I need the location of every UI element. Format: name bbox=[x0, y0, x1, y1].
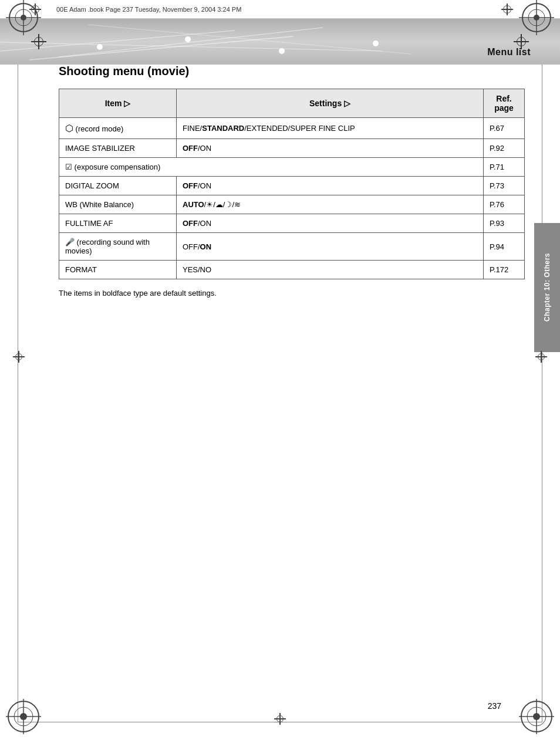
ref-cell: P.94 bbox=[484, 233, 525, 261]
banner: Menu list bbox=[0, 19, 560, 65]
deco-bottom-right bbox=[519, 699, 554, 734]
banner-decoration bbox=[0, 19, 560, 65]
deco-top-right bbox=[519, 0, 554, 35]
chapter-tab-label: Chapter 10: Others bbox=[543, 253, 551, 322]
table-row: 🎤 (recording sound with movies) OFF/ON P… bbox=[59, 233, 525, 261]
svg-line-3 bbox=[0, 42, 382, 51]
item-cell: FORMAT bbox=[59, 261, 177, 279]
header-bar: 00E Adam .book Page 237 Tuesday, Novembe… bbox=[0, 0, 560, 19]
settings-cell: YES/NO bbox=[177, 261, 484, 279]
file-info-text: 00E Adam .book Page 237 Tuesday, Novembe… bbox=[56, 6, 241, 13]
settings-cell: OFF/ON bbox=[177, 233, 484, 261]
settings-cell: OFF/ON bbox=[177, 177, 484, 195]
menu-table: Item ▷ Settings ▷ Ref.page ⬡ (record mod… bbox=[59, 89, 525, 279]
deco-top-left bbox=[6, 0, 41, 35]
item-cell-wide: ☑ (exposure compensation) bbox=[59, 158, 484, 177]
table-row: ⬡ (record mode) FINE/STANDARD/EXTENDED/S… bbox=[59, 118, 525, 139]
item-cell: IMAGE STABILIZER bbox=[59, 139, 177, 158]
item-cell: FULLTIME AF bbox=[59, 214, 177, 233]
banner-crosshair-left bbox=[32, 35, 45, 48]
svg-point-8 bbox=[373, 40, 379, 46]
page-content: Shooting menu (movie) Item ▷ Settings ▷ … bbox=[59, 65, 525, 298]
col-header-settings: Settings ▷ bbox=[177, 89, 484, 118]
item-cell: DIGITAL ZOOM bbox=[59, 177, 177, 195]
table-row: IMAGE STABILIZER OFF/ON P.92 bbox=[59, 139, 525, 158]
table-row: ☑ (exposure compensation) P.71 bbox=[59, 158, 525, 177]
ref-cell: P.172 bbox=[484, 261, 525, 279]
item-cell: 🎤 (recording sound with movies) bbox=[59, 233, 177, 261]
page-title: Shooting menu (movie) bbox=[59, 65, 525, 78]
ref-cell: P.92 bbox=[484, 139, 525, 158]
svg-point-5 bbox=[97, 44, 103, 50]
item-cell: ⬡ (record mode) bbox=[59, 118, 177, 139]
svg-point-7 bbox=[279, 48, 285, 54]
ref-cell: P.67 bbox=[484, 118, 525, 139]
settings-cell: AUTO/☀/☁/☽/≋ bbox=[177, 195, 484, 214]
crosshair-top-right bbox=[501, 4, 513, 15]
menu-list-label: Menu list bbox=[487, 47, 531, 58]
page-number: 237 bbox=[488, 701, 501, 711]
table-row: WB (White Balance) AUTO/☀/☁/☽/≋ P.76 bbox=[59, 195, 525, 214]
chapter-tab: Chapter 10: Others bbox=[534, 223, 560, 352]
ref-cell: P.93 bbox=[484, 214, 525, 233]
ref-cell: P.71 bbox=[484, 158, 525, 177]
table-row: FORMAT YES/NO P.172 bbox=[59, 261, 525, 279]
crosshair-bottom-mid bbox=[275, 714, 285, 724]
svg-point-23 bbox=[21, 15, 26, 21]
table-row: DIGITAL ZOOM OFF/ON P.73 bbox=[59, 177, 525, 195]
table-row: FULLTIME AF OFF/ON P.93 bbox=[59, 214, 525, 233]
banner-crosshair-right bbox=[515, 35, 528, 48]
ref-cell: P.76 bbox=[484, 195, 525, 214]
crosshair-left-mid bbox=[14, 352, 23, 361]
settings-cell: FINE/STANDARD/EXTENDED/SUPER FINE CLIP bbox=[177, 118, 484, 139]
crosshair-right-mid bbox=[537, 352, 546, 361]
svg-point-6 bbox=[185, 36, 191, 42]
border-right bbox=[542, 19, 542, 722]
settings-cell: OFF/ON bbox=[177, 139, 484, 158]
table-header-row: Item ▷ Settings ▷ Ref.page bbox=[59, 89, 525, 118]
deco-bottom-left bbox=[6, 699, 41, 734]
footer-note: The items in boldface type are default s… bbox=[59, 289, 525, 298]
settings-cell: OFF/ON bbox=[177, 214, 484, 233]
svg-point-28 bbox=[534, 15, 539, 21]
col-header-item: Item ▷ bbox=[59, 89, 177, 118]
ref-cell: P.73 bbox=[484, 177, 525, 195]
col-header-ref: Ref.page bbox=[484, 89, 525, 118]
border-left bbox=[18, 19, 18, 722]
svg-point-13 bbox=[20, 713, 27, 720]
item-cell: WB (White Balance) bbox=[59, 195, 177, 214]
svg-point-18 bbox=[533, 713, 540, 720]
